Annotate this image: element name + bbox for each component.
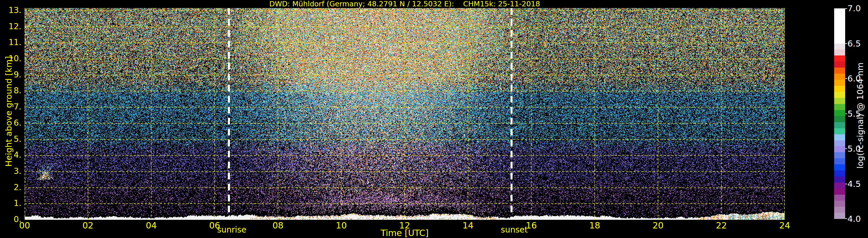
colorbar-band	[834, 146, 845, 152]
v-gridline	[341, 8, 342, 220]
colorbar-band	[834, 74, 845, 80]
v-gridline	[278, 8, 278, 220]
colorbar-band	[834, 80, 845, 86]
y-tick-label: 3.	[0, 166, 22, 176]
v-gridline	[88, 8, 88, 220]
colorbar-band	[834, 44, 845, 50]
sunset-line	[510, 8, 513, 220]
colorbar-band	[834, 116, 845, 122]
page-title: DWD: Mühldorf (Germany; 48.2791 N / 12.5…	[25, 0, 785, 8]
colorbar-band	[834, 164, 845, 170]
colorbar-band	[834, 201, 845, 207]
colorbar-tick-label: 4.0	[847, 214, 868, 224]
colorbar-band	[834, 104, 845, 110]
sunrise-label: sunrise	[203, 225, 260, 235]
colorbar-band	[834, 128, 845, 134]
y-tick-label: 12.	[0, 22, 22, 32]
colorbar-band	[834, 92, 845, 98]
colorbar-tick-label: 7.0	[847, 3, 868, 13]
colorbar-band	[834, 140, 845, 146]
colorbar-tick-mark	[845, 148, 847, 149]
colorbar-band	[834, 49, 845, 56]
colorbar-tick-mark	[845, 8, 847, 9]
colorbar-label-wrap: log(rc-signal) @ 1064 nm	[851, 17, 868, 214]
colorbar-band	[834, 189, 845, 195]
colorbar-band	[834, 158, 845, 164]
colorbar-band	[834, 86, 845, 92]
y-tick-label: 6.	[0, 118, 22, 128]
colorbar-band	[834, 207, 845, 213]
y-tick-label: 5.	[0, 134, 22, 144]
y-tick-label: 8.	[0, 86, 22, 96]
y-tick-label: 9.	[0, 70, 22, 80]
v-gridline	[721, 8, 722, 220]
colorbar-band	[834, 56, 845, 62]
v-gridline	[468, 8, 468, 220]
colorbar-tick-mark	[845, 184, 847, 184]
y-tick-label: 7.	[0, 102, 22, 112]
v-gridline	[784, 8, 785, 220]
y-tick-label: 10.	[0, 54, 22, 64]
colorbar-band	[834, 68, 845, 74]
v-gridline	[151, 8, 152, 220]
colorbar-band	[834, 182, 845, 189]
colorbar-band	[834, 8, 845, 44]
colorbar-band	[834, 98, 845, 104]
x-axis-label: Time [UTC]	[25, 228, 785, 238]
colorbar-tick-mark	[845, 78, 847, 79]
colorbar-band	[834, 152, 845, 158]
y-tick-label: 11.	[0, 38, 22, 47]
colorbar-band	[834, 122, 845, 128]
v-gridline	[25, 8, 25, 220]
colorbar-band	[834, 176, 845, 182]
colorbar-band	[834, 134, 845, 140]
colorbar-tick-mark	[845, 43, 847, 44]
colorbar-band	[834, 170, 845, 176]
colorbar	[834, 8, 845, 219]
v-gridline	[594, 8, 595, 220]
v-gridline	[658, 8, 658, 220]
y-tick-label: 1.	[0, 198, 22, 208]
v-gridline	[531, 8, 532, 220]
colorbar-band	[834, 213, 845, 219]
plot-area	[25, 8, 785, 220]
y-tick-label: 2.	[0, 182, 22, 192]
colorbar-tick-mark	[845, 218, 847, 219]
colorbar-band	[834, 62, 845, 68]
colorbar-band	[834, 110, 845, 116]
v-gridline	[214, 8, 215, 220]
y-tick-label: 13.	[0, 5, 22, 15]
sunset-label: sunset	[485, 225, 543, 235]
v-gridline	[404, 8, 405, 220]
colorbar-band	[834, 195, 845, 201]
sunrise-line	[228, 8, 230, 220]
y-tick-label: 4.	[0, 150, 22, 160]
colorbar-label: log(rc-signal) @ 1064 nm	[855, 62, 865, 168]
colorbar-tick-mark	[845, 113, 847, 114]
